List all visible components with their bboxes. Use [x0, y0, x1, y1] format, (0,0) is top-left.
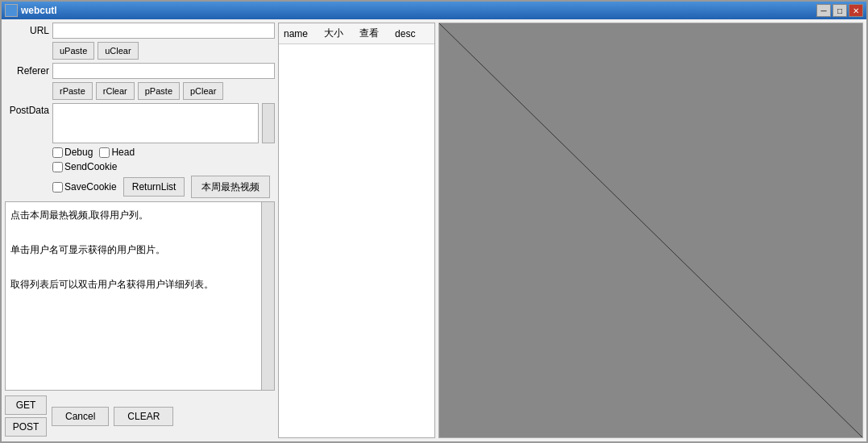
right-panel	[438, 23, 863, 438]
send-cookie-label[interactable]: SendCookie	[52, 161, 117, 172]
referer-input[interactable]	[52, 63, 275, 79]
maximize-button[interactable]: □	[833, 4, 847, 17]
log-line-2	[10, 225, 256, 242]
referer-label: Referer	[5, 65, 49, 77]
debug-label: Debug	[64, 147, 93, 158]
url-input[interactable]	[52, 23, 275, 39]
middle-panel: name 大小 查看 desc	[278, 23, 435, 438]
main-window: webcutl ─ □ ✕ URL uPaste uClear Referer	[0, 0, 868, 443]
url-row: URL	[5, 23, 275, 39]
app-icon	[5, 4, 18, 17]
bottom-buttons-area: GETPOSTCancelCLEAR	[5, 394, 275, 438]
close-button[interactable]: ✕	[849, 4, 863, 17]
pclear-button[interactable]: pClear	[183, 82, 223, 100]
send-cookie-text: SendCookie	[64, 161, 117, 172]
get-button[interactable]: GET	[5, 395, 47, 415]
hottest-button[interactable]: 本周最热视频	[191, 176, 270, 198]
post-button[interactable]: POST	[5, 417, 47, 437]
cancel-button[interactable]: Cancel	[52, 407, 109, 426]
postdata-label: PostData	[5, 103, 49, 116]
log-line-5: 取得列表后可以双击用户名获得用户详细列表。	[10, 276, 256, 294]
log-box-container: 点击本周最热视频,取得用户列。 单击用户名可显示获得的用户图片。 取得列表后可以…	[5, 201, 275, 391]
log-line-1: 点击本周最热视频,取得用户列。	[10, 207, 256, 225]
uclear-button[interactable]: uClear	[98, 42, 138, 60]
referer-row: Referer	[5, 63, 275, 79]
col-name: name	[284, 28, 308, 39]
log-scrollbar[interactable]	[261, 202, 274, 390]
debug-checkbox-label[interactable]: Debug	[52, 147, 93, 158]
ppaste-button[interactable]: pPaste	[138, 82, 180, 100]
table-content	[279, 44, 434, 437]
url-button-row: uPaste uClear	[5, 42, 275, 60]
col-view: 查看	[359, 27, 379, 40]
table-header: name 大小 查看 desc	[279, 23, 434, 44]
send-cookie-checkbox[interactable]	[52, 162, 63, 172]
return-list-button[interactable]: ReturnList	[123, 177, 185, 197]
col-desc: desc	[395, 28, 415, 39]
col-size: 大小	[324, 27, 343, 40]
postdata-scrollbar[interactable]	[262, 103, 275, 143]
save-cookie-text: SaveCookie	[64, 181, 117, 193]
send-cookie-row: SendCookie	[5, 161, 275, 172]
rclear-button[interactable]: rClear	[96, 82, 135, 100]
minimize-button[interactable]: ─	[816, 4, 831, 17]
debug-checkbox[interactable]	[52, 147, 63, 158]
log-line-3: 单击用户名可显示获得的用户图片。	[10, 242, 256, 259]
referer-button-row: rPaste rClear pPaste pClear	[5, 82, 275, 100]
window-body: URL uPaste uClear Referer rPaste rClear …	[2, 19, 866, 441]
window-controls: ─ □ ✕	[816, 4, 863, 17]
postdata-row: PostData	[5, 103, 275, 143]
log-box: 点击本周最热视频,取得用户列。 单击用户名可显示获得的用户图片。 取得列表后可以…	[6, 202, 261, 390]
title-bar: webcutl ─ □ ✕	[2, 2, 866, 19]
save-cookie-checkbox[interactable]	[52, 182, 63, 193]
upaste-button[interactable]: uPaste	[52, 42, 94, 60]
clear-button[interactable]: CLEAR	[114, 407, 173, 426]
postdata-textarea[interactable]	[52, 103, 259, 143]
save-cookie-label[interactable]: SaveCookie	[52, 181, 117, 193]
left-panel: URL uPaste uClear Referer rPaste rClear …	[5, 23, 275, 438]
head-checkbox-label[interactable]: Head	[99, 147, 135, 158]
head-checkbox[interactable]	[99, 147, 110, 158]
window-title: webcutl	[21, 5, 816, 16]
rpaste-button[interactable]: rPaste	[52, 82, 93, 100]
checkbox-row: Debug Head	[5, 147, 275, 158]
log-line-4	[10, 259, 256, 277]
head-label: Head	[111, 147, 135, 158]
url-label: URL	[5, 25, 49, 36]
preview-placeholder	[439, 23, 862, 437]
